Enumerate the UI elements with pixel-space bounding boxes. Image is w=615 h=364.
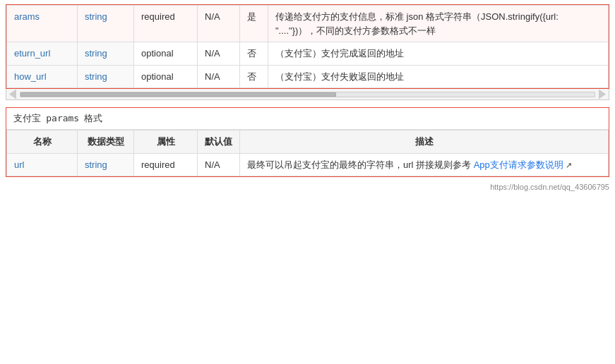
- param-name: eturn_url: [14, 48, 50, 59]
- table-row: arams string required N/A 是 传递: [7, 6, 609, 42]
- cell-default: N/A: [198, 65, 240, 88]
- desc-prefix: 最终可以吊起支付宝的最终的字符串，url 拼接规则参考: [247, 159, 471, 170]
- header-type: 数据类型: [78, 131, 134, 154]
- param-type: string: [85, 71, 107, 82]
- external-link-icon: ↗: [566, 161, 572, 169]
- title-text: 支付宝: [13, 113, 41, 123]
- param-type: string: [85, 11, 107, 22]
- header-default: 默认值: [198, 131, 240, 154]
- param-default: N/A: [205, 48, 220, 59]
- cell-type: string: [78, 42, 134, 66]
- cell-yesno: 否: [240, 65, 268, 88]
- param-desc: （支付宝）支付失败返回的地址: [275, 71, 404, 82]
- cell-default: N/A: [198, 42, 240, 66]
- cell-desc: （支付宝）支付失败返回的地址: [268, 65, 609, 88]
- param-type: string: [85, 159, 107, 170]
- cell-default: N/A: [198, 6, 240, 42]
- desc-link[interactable]: App支付请求参数说明: [474, 159, 563, 170]
- cell-desc: （支付宝）支付完成返回的地址: [268, 42, 609, 66]
- scroll-thumb[interactable]: [20, 92, 336, 97]
- title-code: params: [46, 113, 79, 123]
- watermark: https://blog.csdn.net/qq_43606795: [0, 181, 615, 193]
- scroll-track[interactable]: [20, 92, 595, 97]
- header-desc: 描述: [240, 131, 609, 154]
- bottom-section-title: 支付宝 params 格式: [6, 108, 609, 130]
- table-row: how_url string optional N/A 否: [7, 65, 609, 88]
- table-row: eturn_url string optional N/A 否: [7, 42, 609, 66]
- cell-name: how_url: [7, 65, 78, 88]
- scroll-left-arrow[interactable]: [9, 90, 16, 99]
- page-wrapper: arams string required N/A 是 传递: [0, 0, 615, 364]
- param-required: optional: [141, 71, 174, 82]
- cell-desc: 最终可以吊起支付宝的最终的字符串，url 拼接规则参考 App支付请求参数说明 …: [240, 153, 609, 176]
- param-desc: （支付宝）支付完成返回的地址: [275, 48, 404, 59]
- param-yesno: 是: [247, 11, 256, 22]
- scroll-right-arrow[interactable]: [599, 90, 606, 99]
- watermark-text: https://blog.csdn.net/qq_43606795: [490, 183, 609, 191]
- param-default: N/A: [205, 159, 220, 170]
- top-table-container: arams string required N/A 是 传递: [6, 4, 609, 89]
- param-name: arams: [14, 11, 40, 22]
- header-name: 名称: [7, 131, 78, 154]
- cell-name: eturn_url: [7, 42, 78, 66]
- title-suffix: 格式: [84, 113, 102, 123]
- param-default: N/A: [205, 71, 220, 82]
- cell-required: required: [134, 153, 198, 176]
- cell-type: string: [78, 65, 134, 88]
- cell-yesno: 否: [240, 42, 268, 66]
- param-default: N/A: [205, 11, 220, 22]
- cell-type: string: [78, 153, 134, 176]
- top-table: arams string required N/A 是 传递: [6, 5, 609, 88]
- cell-yesno: 是: [240, 6, 268, 42]
- cell-default: N/A: [198, 153, 240, 176]
- header-attr: 属性: [134, 131, 198, 154]
- bottom-table: 名称 数据类型 属性 默认值 描述 url string required: [6, 130, 609, 176]
- cell-name: url: [7, 153, 78, 176]
- param-required: required: [141, 159, 175, 170]
- cell-name: arams: [7, 6, 78, 42]
- param-yesno: 否: [247, 48, 256, 59]
- bottom-section: 支付宝 params 格式 名称 数据类型 属性 默认值 描述 url: [6, 107, 609, 177]
- param-name: url: [14, 159, 24, 170]
- cell-desc: 传递给支付方的支付信息，标准 json 格式字符串（JSON.stringify…: [268, 6, 609, 42]
- param-required: optional: [141, 48, 174, 59]
- cell-required: required: [134, 6, 198, 42]
- horizontal-scrollbar[interactable]: [6, 89, 609, 100]
- param-yesno: 否: [247, 71, 256, 82]
- param-desc: 传递给支付方的支付信息，标准 json 格式字符串（JSON.stringify…: [275, 11, 559, 36]
- param-name: how_url: [14, 71, 47, 82]
- cell-type: string: [78, 6, 134, 42]
- param-type: string: [85, 48, 107, 59]
- param-required: required: [141, 11, 175, 22]
- cell-required: optional: [134, 42, 198, 66]
- table-row: url string required N/A 最终可以吊起支付宝的最终的字符串…: [7, 153, 609, 176]
- table-header-row: 名称 数据类型 属性 默认值 描述: [7, 131, 609, 154]
- cell-required: optional: [134, 65, 198, 88]
